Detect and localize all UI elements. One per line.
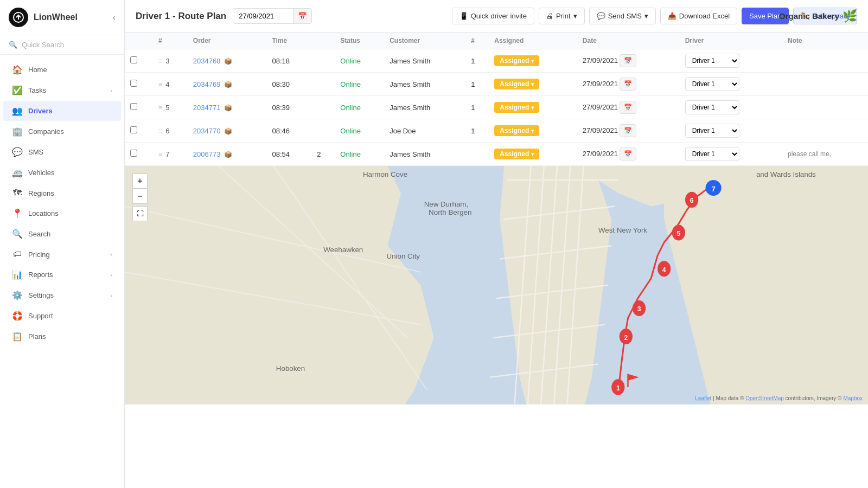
row-assigned-4: Assigned ▾ bbox=[489, 143, 577, 166]
sidebar-item-home[interactable]: 🏠 Home bbox=[3, 60, 121, 80]
row-checkbox-0[interactable] bbox=[130, 56, 137, 63]
mapbox-link[interactable]: Mapbox bbox=[843, 395, 863, 401]
row-checkbox-3[interactable] bbox=[130, 126, 137, 133]
row-driver-2: Driver 1 bbox=[680, 96, 782, 119]
locations-icon: 📍 bbox=[12, 208, 23, 219]
nav-arrow-pricing: › bbox=[110, 251, 112, 258]
row-count-1: 1 bbox=[465, 73, 489, 96]
row-cal-btn-1[interactable]: 📅 bbox=[620, 78, 636, 91]
driver-select-2[interactable]: Driver 1 bbox=[685, 100, 739, 114]
drag-handle-3[interactable]: ≡ bbox=[158, 127, 163, 135]
order-link-0[interactable]: 2034768 bbox=[193, 57, 221, 65]
driver-select-4[interactable]: Driver 1 bbox=[685, 147, 739, 161]
sidebar-item-search[interactable]: 🔍 Search bbox=[3, 224, 121, 244]
sidebar-item-support[interactable]: 🛟 Support bbox=[3, 306, 121, 326]
table-row: ≡ 4 2034769 📦 08:30 Online James Smith 1… bbox=[125, 73, 868, 96]
row-cal-btn-2[interactable]: 📅 bbox=[620, 101, 636, 114]
svg-text:West New York: West New York bbox=[598, 226, 647, 234]
row-note-0 bbox=[782, 49, 868, 73]
top-bar: Driver 1 - Route Plan 📅 📱 Quick driver i… bbox=[125, 0, 868, 33]
sidebar-item-settings[interactable]: ⚙️ Settings › bbox=[3, 285, 121, 305]
calendar-button[interactable]: 📅 bbox=[293, 9, 311, 23]
sidebar-item-tasks[interactable]: ✅ Tasks › bbox=[3, 80, 121, 100]
sms-arrow-icon: ▾ bbox=[644, 12, 648, 20]
date-input[interactable] bbox=[233, 9, 293, 23]
row-checkbox-1[interactable] bbox=[130, 80, 137, 87]
content-area: # Order Time Status Customer # Assigned … bbox=[125, 33, 868, 488]
order-link-2[interactable]: 2034771 bbox=[193, 104, 221, 112]
svg-text:7: 7 bbox=[711, 185, 715, 193]
zoom-out-button[interactable]: − bbox=[132, 189, 148, 204]
driver-select-1[interactable]: Driver 1 bbox=[685, 77, 739, 91]
svg-text:and Wards Islands: and Wards Islands bbox=[756, 170, 816, 178]
sidebar-item-pricing[interactable]: 🏷 Pricing › bbox=[3, 245, 121, 264]
sidebar-label-locations: Locations bbox=[28, 209, 112, 217]
table-row: ≡ 6 2034770 📦 08:46 Online Joe Doe 1 Ass… bbox=[125, 119, 868, 143]
download-excel-button[interactable]: 📥 Download Excel bbox=[660, 8, 737, 24]
assigned-badge-2[interactable]: Assigned ▾ bbox=[494, 102, 539, 113]
row-cal-btn-3[interactable]: 📅 bbox=[620, 124, 636, 137]
sidebar-item-locations[interactable]: 📍 Locations bbox=[3, 203, 121, 223]
assigned-badge-4[interactable]: Assigned ▾ bbox=[494, 149, 539, 159]
assigned-badge-3[interactable]: Assigned ▾ bbox=[494, 125, 539, 136]
quick-driver-invite-button[interactable]: 📱 Quick driver invite bbox=[452, 8, 534, 24]
row-status-2: Online bbox=[335, 96, 384, 119]
row-time-0: 08:18 bbox=[266, 49, 311, 73]
leaflet-link[interactable]: Leaflet bbox=[695, 395, 711, 401]
search-label: Quick Search bbox=[22, 41, 64, 49]
send-sms-button[interactable]: 💬 Send SMS ▾ bbox=[589, 8, 656, 24]
row-driver-4: Driver 1 bbox=[680, 143, 782, 166]
regions-icon: 🗺 bbox=[12, 188, 23, 198]
row-time-1: 08:30 bbox=[266, 73, 311, 96]
drag-handle-4[interactable]: ≡ bbox=[158, 150, 163, 158]
pricing-icon: 🏷 bbox=[12, 249, 23, 259]
support-icon: 🛟 bbox=[12, 311, 23, 321]
sidebar-item-companies[interactable]: 🏢 Companies bbox=[3, 121, 121, 142]
zoom-in-button[interactable]: + bbox=[132, 174, 148, 189]
row-driver-0: Driver 1 bbox=[680, 49, 782, 73]
drag-handle-2[interactable]: ≡ bbox=[158, 104, 163, 112]
main-content: Driver 1 - Route Plan 📅 📱 Quick driver i… bbox=[125, 0, 868, 488]
row-packages-2 bbox=[311, 96, 335, 119]
nav-arrow-tasks: › bbox=[110, 87, 112, 94]
package-icon-2: 📦 bbox=[224, 104, 232, 112]
drivers-icon: 👥 bbox=[12, 106, 23, 116]
row-customer-4: James Smith bbox=[384, 143, 465, 166]
sidebar-item-drivers[interactable]: 👥 Drivers bbox=[3, 101, 121, 121]
map-svg: 7 6 5 4 bbox=[125, 166, 868, 404]
row-cal-btn-0[interactable]: 📅 bbox=[620, 54, 636, 67]
row-date-3: 27/09/2021 📅 bbox=[577, 119, 680, 143]
sidebar-collapse-button[interactable]: ‹ bbox=[113, 12, 116, 22]
plans-icon: 📋 bbox=[12, 331, 23, 342]
sidebar-item-vehicles[interactable]: 🚐 Vehicles bbox=[3, 163, 121, 183]
svg-text:4: 4 bbox=[662, 266, 666, 274]
order-link-3[interactable]: 2034770 bbox=[193, 127, 221, 135]
driver-select-3[interactable]: Driver 1 bbox=[685, 124, 739, 138]
osm-link[interactable]: OpenStreetMap bbox=[745, 395, 784, 401]
sidebar-item-plans[interactable]: 📋 Plans bbox=[3, 326, 121, 346]
row-cal-btn-4[interactable]: 📅 bbox=[620, 147, 636, 160]
row-num-3: ≡ 6 bbox=[153, 119, 188, 143]
row-customer-2: James Smith bbox=[384, 96, 465, 119]
drag-handle-1[interactable]: ≡ bbox=[158, 80, 163, 88]
sidebar-item-sms[interactable]: 💬 SMS bbox=[3, 142, 121, 162]
col-assigned: Assigned bbox=[489, 33, 577, 49]
drag-handle-0[interactable]: ≡ bbox=[158, 57, 163, 65]
print-button[interactable]: 🖨 Print ▾ bbox=[539, 8, 585, 24]
assigned-badge-0[interactable]: Assigned ▾ bbox=[494, 55, 539, 66]
sidebar-item-regions[interactable]: 🗺 Regions bbox=[3, 183, 121, 203]
order-link-1[interactable]: 2034769 bbox=[193, 80, 221, 88]
order-link-4[interactable]: 2006773 bbox=[193, 150, 221, 158]
driver-select-0[interactable]: Driver 1 bbox=[685, 54, 739, 68]
sms-icon: 💬 bbox=[12, 147, 23, 157]
col-checkbox bbox=[125, 33, 153, 49]
expand-map-button[interactable]: ⛶ bbox=[132, 206, 148, 221]
row-checkbox-2[interactable] bbox=[130, 103, 137, 110]
sidebar-search-area[interactable]: 🔍 Quick Search bbox=[0, 35, 124, 55]
map-pin-7: 7 bbox=[706, 180, 722, 196]
assigned-badge-1[interactable]: Assigned ▾ bbox=[494, 79, 539, 89]
row-checkbox-4[interactable] bbox=[130, 150, 137, 157]
sidebar-label-tasks: Tasks bbox=[28, 86, 105, 94]
sidebar-item-reports[interactable]: 📊 Reports › bbox=[3, 265, 121, 285]
badge-arrow-2: ▾ bbox=[531, 105, 534, 111]
